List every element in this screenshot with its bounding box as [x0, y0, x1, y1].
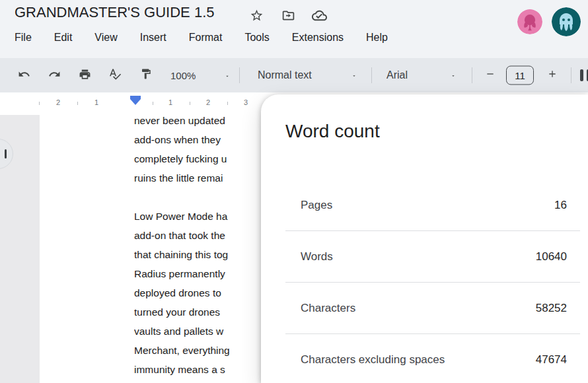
undo-icon — [18, 68, 30, 83]
ruler-number: 3 — [242, 98, 250, 106]
menu-item-file[interactable]: File — [3, 30, 43, 46]
more-toolbar-icon[interactable] — [580, 69, 588, 81]
undo-button[interactable] — [13, 65, 34, 86]
chevron-down-icon — [449, 69, 457, 81]
ruler-tick — [39, 102, 40, 105]
toolbar-divider — [239, 67, 240, 83]
ruler-number: 2 — [54, 98, 62, 106]
menu-bar: File Edit View Insert Format Tools Exten… — [3, 28, 399, 48]
menu-item-insert[interactable]: Insert — [129, 30, 178, 46]
chevron-down-icon — [350, 69, 358, 81]
print-button[interactable] — [74, 65, 95, 86]
font-family-value: Arial — [386, 69, 408, 81]
stat-value: 10640 — [536, 250, 567, 263]
increase-font-size-button[interactable] — [542, 65, 563, 86]
redo-button[interactable] — [44, 65, 65, 86]
title-bar: GRANDMASTER'S GUIDE 1.5 — [0, 0, 588, 58]
word-count-dialog: Word count Pages 16 Words 10640 Characte… — [261, 94, 588, 383]
stat-row-pages: Pages 16 — [285, 180, 580, 231]
chevron-down-icon — [223, 70, 231, 81]
show-outline-button[interactable] — [0, 139, 13, 169]
stat-label: Characters — [301, 302, 355, 315]
spellcheck-icon — [108, 67, 122, 83]
dialog-title: Word count — [285, 121, 380, 142]
menu-item-format[interactable]: Format — [178, 30, 234, 46]
zoom-value: 100% — [170, 70, 196, 81]
font-family-select[interactable]: Arial — [386, 69, 457, 81]
ruler-number: 2 — [204, 98, 212, 106]
stat-value: 16 — [554, 199, 567, 212]
star-icon — [250, 9, 264, 22]
account-avatar-primary[interactable] — [552, 7, 581, 36]
squid-avatar-icon — [552, 7, 581, 36]
stat-label: Characters excluding spaces — [301, 353, 445, 366]
print-icon — [79, 68, 91, 83]
document-status-button[interactable] — [310, 6, 328, 24]
stat-value: 47674 — [536, 353, 567, 366]
ruler-tick — [190, 102, 190, 105]
move-to-folder-icon — [281, 9, 295, 22]
account-avatar-secondary[interactable] — [517, 9, 542, 34]
ruler-tick — [153, 102, 153, 105]
plus-icon — [547, 69, 558, 82]
ruler-number: 1 — [92, 98, 100, 106]
zoom-select[interactable]: 100% — [170, 70, 231, 81]
stat-label: Words — [301, 250, 333, 263]
ruler-number: 1 — [166, 98, 174, 106]
ruler-tick — [227, 102, 228, 105]
menu-item-tools[interactable]: Tools — [233, 30, 280, 46]
menu-item-edit[interactable]: Edit — [43, 30, 84, 46]
paragraph-style-select[interactable]: Normal text — [258, 69, 358, 81]
minus-icon — [485, 69, 496, 82]
toolbar-divider — [371, 67, 372, 83]
stat-value: 58252 — [536, 302, 567, 315]
indent-marker[interactable] — [130, 96, 141, 105]
menu-item-help[interactable]: Help — [355, 30, 399, 46]
stat-row-characters-excluding-spaces: Characters excluding spaces 47674 — [285, 334, 580, 383]
stat-row-words: Words 10640 — [285, 231, 580, 283]
paint-format-button[interactable] — [135, 65, 157, 86]
left-indent-icon — [130, 99, 141, 105]
paint-format-icon — [140, 68, 152, 83]
spellcheck-button[interactable] — [104, 65, 126, 86]
app-window: GRANDMASTER'S GUIDE 1.5 — [0, 0, 588, 383]
ruler-tick — [77, 102, 78, 105]
toolbar: 100% Normal text Arial 11 — [0, 58, 588, 92]
toolbar-divider — [472, 67, 472, 83]
word-count-stats: Pages 16 Words 10640 Characters 58252 Ch… — [285, 180, 580, 383]
redo-icon — [48, 68, 61, 83]
elephant-avatar-icon — [517, 9, 542, 34]
font-size-input[interactable]: 11 — [506, 66, 534, 85]
stat-label: Pages — [301, 199, 332, 212]
move-to-folder-button[interactable] — [279, 6, 297, 24]
decrease-font-size-button[interactable] — [480, 65, 501, 86]
document-title[interactable]: GRANDMASTER'S GUIDE 1.5 — [15, 4, 214, 21]
menu-item-extensions[interactable]: Extensions — [281, 30, 355, 46]
cloud-check-icon — [312, 8, 327, 23]
stat-row-characters: Characters 58252 — [285, 283, 580, 334]
star-button[interactable] — [247, 6, 266, 24]
menu-item-view[interactable]: View — [83, 30, 128, 46]
toolbar-divider — [571, 67, 571, 83]
paragraph-style-value: Normal text — [258, 69, 312, 81]
